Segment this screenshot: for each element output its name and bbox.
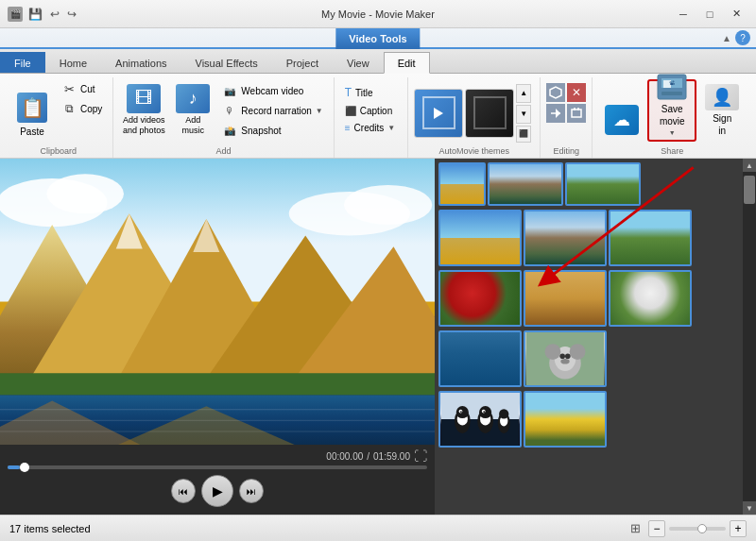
theme-scroll-down[interactable]: ▼ (516, 105, 531, 124)
cut-button[interactable]: ✂ Cut (57, 79, 107, 98)
credits-button[interactable]: ≡ Credits ▼ (340, 120, 400, 136)
editing-row-1: ✕ (546, 83, 586, 102)
clip-item-9[interactable] (438, 391, 522, 448)
storyboard-view-icon[interactable]: ⊞ (630, 521, 641, 535)
svg-point-34 (559, 353, 565, 359)
add-videos-label: Add videos and photos (123, 115, 165, 137)
clip-hills-inner (610, 211, 690, 264)
svg-point-35 (565, 353, 571, 359)
quick-access-undo[interactable]: ↩ (48, 8, 61, 21)
snapshot-button[interactable]: 📸 Snapshot (217, 121, 327, 140)
theme-scroll-up[interactable]: ▲ (516, 84, 531, 103)
svg-point-48 (483, 411, 485, 413)
sign-in-label: Sign in (713, 112, 731, 137)
title-button[interactable]: T Title (340, 83, 400, 102)
scroll-thumb[interactable] (744, 176, 755, 204)
scroll-up-button[interactable]: ▲ (743, 159, 756, 172)
ribbon-group-share: ☁ 📽 Save movie ▼ 👤 (593, 77, 751, 158)
clip-item-4[interactable] (438, 270, 522, 327)
title-bar-icons: 🎬 💾 ↩ ↪ (8, 7, 78, 22)
add-videos-button[interactable]: 🎞 Add videos and photos (119, 79, 168, 142)
credits-dropdown-icon[interactable]: ▼ (387, 124, 395, 132)
theme-scroll-more[interactable]: ⬛ (516, 126, 531, 143)
onedrive-button[interactable]: ☁ (598, 79, 645, 142)
text-buttons: T Title ⬛ Caption ≡ Credits ▼ (340, 79, 400, 136)
tab-view[interactable]: View (333, 52, 384, 73)
clip-item-6[interactable] (609, 270, 692, 327)
editing-row-2 (546, 104, 586, 123)
quick-access-redo[interactable]: ↪ (65, 8, 78, 21)
minimize-button[interactable]: ─ (671, 5, 696, 24)
sign-in-button[interactable]: 👤 Sign in (698, 79, 746, 142)
snapshot-icon: 📸 (222, 123, 237, 138)
zoom-slider-thumb[interactable] (697, 524, 707, 533)
tab-file[interactable]: File (0, 52, 45, 73)
save-movie-button[interactable]: 📽 Save movie ▼ (647, 79, 696, 142)
clip-item-partial-3[interactable] (565, 162, 641, 206)
progress-bar[interactable] (8, 465, 427, 469)
clip-item-10[interactable] (524, 391, 607, 448)
theme-item-1[interactable] (414, 89, 463, 138)
clip-mountains-inner (525, 211, 605, 264)
add-music-icon: ♪ (176, 84, 210, 113)
tab-bar: File Home Animations Visual Effects Proj… (0, 49, 756, 74)
clip-item-7[interactable] (438, 330, 522, 387)
fullscreen-button[interactable]: ⛶ (414, 448, 427, 464)
webcam-label: Webcam video (241, 86, 303, 96)
collapse-ribbon-button[interactable]: ▲ (722, 33, 731, 43)
clip-item-2[interactable] (524, 210, 607, 266)
narration-button[interactable]: 🎙 Record narration ▼ (217, 101, 327, 120)
rewind-button[interactable]: ⏮ (171, 479, 196, 503)
video-scene-svg (0, 159, 435, 445)
svg-point-12 (46, 174, 124, 213)
status-right: ⊞ − + (630, 520, 747, 537)
copy-button[interactable]: ⧉ Copy (57, 99, 107, 118)
svg-point-33 (570, 344, 586, 360)
penguins-svg (440, 393, 520, 446)
caption-button[interactable]: ⬛ Caption (340, 103, 400, 119)
tab-visual-effects[interactable]: Visual Effects (181, 52, 272, 73)
svg-point-46 (479, 406, 491, 418)
narration-dropdown-icon[interactable]: ▼ (316, 107, 323, 115)
clip-row-top-partial (438, 162, 739, 206)
close-button[interactable]: ✕ (724, 5, 748, 24)
zoom-slider[interactable] (669, 527, 726, 531)
clip-item-5[interactable] (524, 270, 607, 327)
theme-item-2[interactable] (465, 89, 514, 138)
editing-icon-3[interactable] (546, 104, 565, 123)
clip-item-1[interactable] (438, 210, 522, 266)
clip-item-partial-2[interactable] (488, 162, 563, 206)
paste-button[interactable]: 📋 Paste (9, 79, 55, 142)
ribbon-group-add: 🎞 Add videos and photos ♪ Add music 📷 We… (113, 77, 334, 158)
tab-edit[interactable]: Edit (384, 52, 430, 74)
play-button[interactable]: ▶ (201, 475, 233, 507)
editing-group-label: Editing (541, 146, 592, 156)
tab-project[interactable]: Project (272, 52, 333, 73)
quick-access-save[interactable]: 💾 (26, 8, 44, 21)
webcam-button[interactable]: 📷 Webcam video (217, 81, 327, 100)
editing-svg-1 (549, 86, 562, 99)
add-items: 🎞 Add videos and photos ♪ Add music 📷 We… (119, 79, 327, 144)
zoom-out-button[interactable]: − (648, 520, 665, 537)
editing-icon-1[interactable] (546, 83, 565, 102)
editing-icon-2[interactable]: ✕ (567, 83, 586, 102)
automovie-group-label: AutoMovie themes (408, 146, 540, 156)
clip-item-8[interactable] (524, 330, 607, 387)
progress-thumb[interactable] (20, 463, 29, 472)
tab-home[interactable]: Home (45, 52, 101, 73)
storyboard-scrollbar[interactable]: ▲ ▼ (743, 159, 756, 515)
svg-point-43 (460, 411, 462, 413)
tab-animations[interactable]: Animations (101, 52, 180, 73)
help-button[interactable]: ? (735, 30, 750, 45)
scroll-down-button[interactable]: ▼ (743, 501, 756, 515)
zoom-in-button[interactable]: + (730, 520, 747, 537)
clip-item-3[interactable] (609, 210, 692, 266)
fast-forward-button[interactable]: ⏭ (239, 479, 264, 503)
add-music-label: Add music (182, 115, 205, 137)
clip-item-partial-1[interactable] (438, 162, 486, 206)
save-movie-label: Save movie (660, 103, 685, 127)
add-music-button[interactable]: ♪ Add music (170, 79, 215, 142)
editing-icon-4[interactable] (567, 104, 586, 123)
save-movie-dropdown[interactable]: ▼ (669, 129, 676, 136)
maximize-button[interactable]: □ (697, 5, 722, 24)
